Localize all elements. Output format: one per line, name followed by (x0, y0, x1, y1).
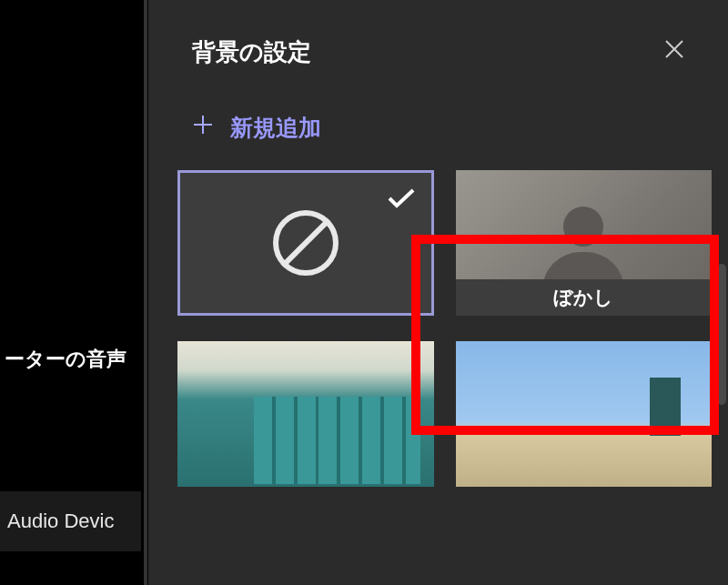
close-icon (664, 39, 684, 64)
background-option-blur[interactable]: ぼかし (456, 170, 713, 316)
background-option-none[interactable] (177, 170, 434, 316)
add-new-button[interactable]: 新規追加 (148, 90, 728, 170)
panel-divider (144, 0, 147, 585)
person-silhouette-icon (563, 207, 603, 247)
audio-device-selector[interactable]: Audio Devic (0, 491, 141, 551)
background-settings-panel: 背景の設定 新規追加 ぼかし (148, 0, 728, 585)
no-background-icon (273, 210, 339, 276)
audio-section-label: ーターの音声 (0, 337, 141, 382)
checkmark-icon (388, 186, 415, 215)
background-grid: ぼかし (148, 170, 728, 487)
background-option-beach[interactable] (456, 341, 713, 487)
plus-icon (192, 114, 214, 142)
panel-title: 背景の設定 (192, 36, 311, 68)
left-sidebar: ーターの音声 Audio Devic (0, 0, 155, 585)
blur-label: ぼかし (456, 279, 713, 316)
audio-section: ーターの音声 (0, 337, 141, 382)
add-new-label: 新規追加 (230, 113, 321, 143)
close-button[interactable] (657, 32, 692, 72)
panel-header: 背景の設定 (148, 0, 728, 90)
scrollbar-thumb[interactable] (717, 264, 726, 405)
background-option-office[interactable] (177, 341, 434, 487)
